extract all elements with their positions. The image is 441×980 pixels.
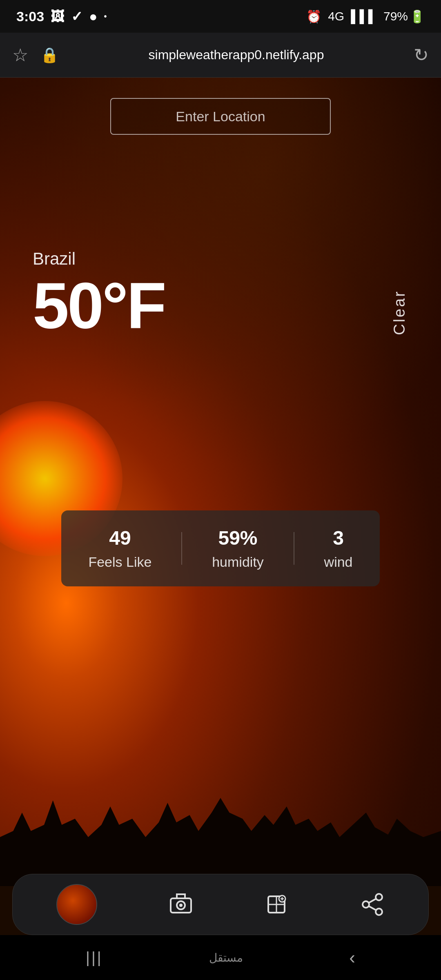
edit-button[interactable]	[264, 892, 289, 917]
tree-silhouette	[0, 764, 441, 886]
search-container	[0, 98, 441, 135]
feels-like-label: Feels Like	[88, 554, 151, 570]
humidity-stat: 59% humidity	[212, 527, 264, 570]
whatsapp-icon: ●	[89, 9, 98, 24]
svg-line-12	[369, 899, 376, 903]
dot-icon: •	[104, 12, 107, 21]
location-search-input[interactable]	[110, 98, 331, 135]
android-back-button[interactable]: ‹	[349, 947, 355, 968]
humidity-value: 59%	[218, 527, 257, 549]
bookmark-icon[interactable]: ☆	[12, 45, 28, 65]
stat-divider-2	[294, 532, 294, 565]
battery-icon-symbol: 🔋	[410, 9, 425, 24]
bottom-toolbar	[12, 874, 429, 935]
browser-bar: ☆ 🔒 simpleweatherapp0.netlify.app ↻	[0, 33, 441, 78]
signal-bars-icon: ▌▌▌	[351, 9, 377, 23]
svg-line-13	[369, 906, 376, 910]
wind-stat: 3 wind	[324, 527, 353, 570]
location-name: Brazil	[33, 249, 441, 269]
url-bar[interactable]: simpleweatherapp0.netlify.app	[71, 47, 401, 62]
wind-label: wind	[324, 554, 353, 570]
refresh-icon[interactable]: ↻	[414, 45, 429, 65]
status-time: 3:03	[16, 9, 44, 24]
svg-point-10	[376, 909, 382, 915]
feels-like-value: 49	[109, 527, 131, 549]
svg-point-11	[363, 901, 369, 908]
humidity-label: humidity	[212, 554, 264, 570]
check-icon: ✓	[71, 8, 82, 24]
wind-value: 3	[333, 527, 344, 549]
android-recents-button[interactable]: |||	[86, 949, 103, 967]
share-button[interactable]	[360, 892, 385, 917]
signal-4g: 4G	[328, 9, 344, 23]
status-left: 3:03 🖼 ✓ ● •	[16, 8, 107, 24]
stat-divider-1	[181, 532, 182, 565]
alarm-icon: ⏰	[306, 9, 321, 24]
stats-panel: 49 Feels Like 59% humidity 3 wind	[61, 510, 380, 586]
status-bar: 3:03 🖼 ✓ ● • ⏰ 4G ▌▌▌ 79% 🔋	[0, 0, 441, 33]
temperature-display: 50°F	[33, 273, 441, 338]
gallery-icon: 🖼	[51, 9, 65, 24]
status-right: ⏰ 4G ▌▌▌ 79% 🔋	[306, 9, 425, 24]
battery-percent: 79%	[383, 9, 408, 23]
home-label: مستقل	[209, 951, 243, 964]
weather-content: Brazil 50°F Clear 49 Feels Like 59% humi…	[0, 78, 441, 338]
capture-button[interactable]	[169, 892, 193, 917]
svg-point-2	[179, 904, 183, 907]
back-icon: ‹	[349, 947, 355, 968]
recents-icon: |||	[86, 949, 103, 967]
feels-like-stat: 49 Feels Like	[88, 527, 151, 570]
android-nav-bar: ||| مستقل ‹	[0, 935, 441, 980]
browser-avatar[interactable]	[56, 884, 97, 925]
lock-icon: 🔒	[40, 47, 59, 64]
svg-point-9	[376, 894, 382, 900]
battery-indicator: 79% 🔋	[383, 9, 425, 24]
android-home-button[interactable]: مستقل	[209, 951, 243, 964]
weather-condition: Clear	[391, 290, 408, 335]
